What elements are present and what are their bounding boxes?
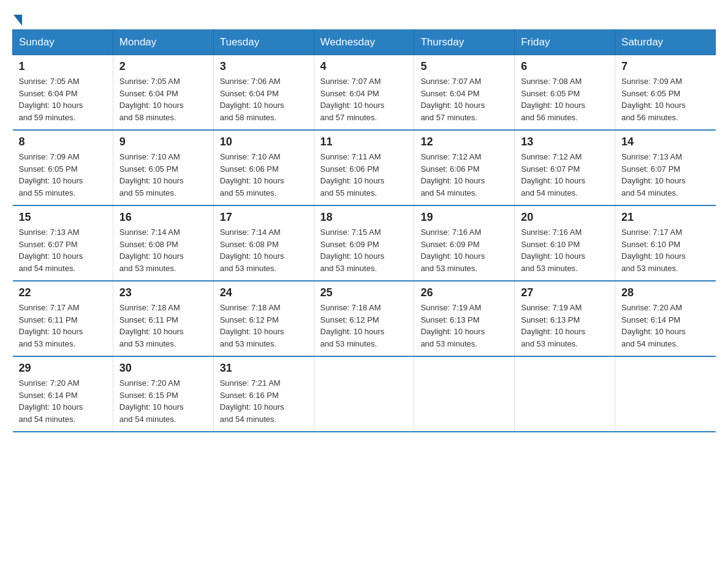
day-info: Sunrise: 7:13 AM Sunset: 6:07 PM Dayligh… xyxy=(621,151,709,199)
day-number: 9 xyxy=(119,136,207,148)
calendar-cell: 4 Sunrise: 7:07 AM Sunset: 6:04 PM Dayli… xyxy=(314,55,414,131)
calendar-week-row: 29 Sunrise: 7:20 AM Sunset: 6:14 PM Dayl… xyxy=(13,356,716,432)
calendar-cell: 25 Sunrise: 7:18 AM Sunset: 6:12 PM Dayl… xyxy=(314,281,414,356)
calendar-week-row: 22 Sunrise: 7:17 AM Sunset: 6:11 PM Dayl… xyxy=(13,281,716,356)
day-info: Sunrise: 7:12 AM Sunset: 6:06 PM Dayligh… xyxy=(420,151,508,199)
calendar-cell: 17 Sunrise: 7:14 AM Sunset: 6:08 PM Dayl… xyxy=(213,205,314,281)
calendar-cell: 29 Sunrise: 7:20 AM Sunset: 6:14 PM Dayl… xyxy=(13,356,113,432)
calendar-cell: 7 Sunrise: 7:09 AM Sunset: 6:05 PM Dayli… xyxy=(615,55,716,131)
day-number: 13 xyxy=(521,136,609,148)
calendar-cell xyxy=(615,356,716,432)
day-info: Sunrise: 7:12 AM Sunset: 6:07 PM Dayligh… xyxy=(521,151,609,199)
calendar-cell: 6 Sunrise: 7:08 AM Sunset: 6:05 PM Dayli… xyxy=(515,55,615,131)
day-number: 31 xyxy=(220,362,308,375)
logo-text xyxy=(12,12,23,23)
day-info: Sunrise: 7:20 AM Sunset: 6:14 PM Dayligh… xyxy=(621,302,709,350)
calendar-cell: 14 Sunrise: 7:13 AM Sunset: 6:07 PM Dayl… xyxy=(615,130,716,205)
calendar-cell: 3 Sunrise: 7:06 AM Sunset: 6:04 PM Dayli… xyxy=(213,55,314,131)
day-number: 11 xyxy=(320,136,408,148)
calendar-cell: 20 Sunrise: 7:16 AM Sunset: 6:10 PM Dayl… xyxy=(515,205,615,281)
day-number: 3 xyxy=(220,60,308,73)
calendar-cell: 18 Sunrise: 7:15 AM Sunset: 6:09 PM Dayl… xyxy=(314,205,414,281)
calendar-cell: 16 Sunrise: 7:14 AM Sunset: 6:08 PM Dayl… xyxy=(113,205,213,281)
calendar-cell: 5 Sunrise: 7:07 AM Sunset: 6:04 PM Dayli… xyxy=(414,55,515,131)
day-info: Sunrise: 7:19 AM Sunset: 6:13 PM Dayligh… xyxy=(521,302,609,350)
day-info: Sunrise: 7:19 AM Sunset: 6:13 PM Dayligh… xyxy=(420,302,508,350)
calendar-table: SundayMondayTuesdayWednesdayThursdayFrid… xyxy=(12,29,716,432)
calendar-cell: 19 Sunrise: 7:16 AM Sunset: 6:09 PM Dayl… xyxy=(414,205,515,281)
calendar-cell: 9 Sunrise: 7:10 AM Sunset: 6:05 PM Dayli… xyxy=(113,130,213,205)
day-info: Sunrise: 7:05 AM Sunset: 6:04 PM Dayligh… xyxy=(119,75,207,123)
day-number: 16 xyxy=(119,211,207,224)
calendar-cell: 11 Sunrise: 7:11 AM Sunset: 6:06 PM Dayl… xyxy=(314,130,414,205)
day-of-week-header: Tuesday xyxy=(213,30,314,55)
day-number: 4 xyxy=(320,60,408,73)
day-info: Sunrise: 7:14 AM Sunset: 6:08 PM Dayligh… xyxy=(119,226,207,274)
day-number: 29 xyxy=(19,362,107,375)
calendar-cell: 13 Sunrise: 7:12 AM Sunset: 6:07 PM Dayl… xyxy=(515,130,615,205)
page-header xyxy=(12,12,716,23)
day-number: 21 xyxy=(621,211,709,224)
calendar-cell: 31 Sunrise: 7:21 AM Sunset: 6:16 PM Dayl… xyxy=(213,356,314,432)
day-number: 6 xyxy=(521,60,609,73)
day-number: 10 xyxy=(220,136,308,148)
calendar-cell: 27 Sunrise: 7:19 AM Sunset: 6:13 PM Dayl… xyxy=(515,281,615,356)
day-number: 8 xyxy=(19,136,107,148)
day-number: 17 xyxy=(220,211,308,224)
day-of-week-header: Saturday xyxy=(615,30,716,55)
day-info: Sunrise: 7:17 AM Sunset: 6:10 PM Dayligh… xyxy=(621,226,709,274)
day-info: Sunrise: 7:14 AM Sunset: 6:08 PM Dayligh… xyxy=(220,226,308,274)
calendar-cell: 1 Sunrise: 7:05 AM Sunset: 6:04 PM Dayli… xyxy=(13,55,113,131)
day-info: Sunrise: 7:21 AM Sunset: 6:16 PM Dayligh… xyxy=(220,377,308,425)
day-info: Sunrise: 7:06 AM Sunset: 6:04 PM Dayligh… xyxy=(220,75,308,123)
calendar-cell: 15 Sunrise: 7:13 AM Sunset: 6:07 PM Dayl… xyxy=(13,205,113,281)
logo xyxy=(12,12,23,23)
day-number: 2 xyxy=(119,60,207,73)
day-of-week-header: Sunday xyxy=(13,30,113,55)
day-info: Sunrise: 7:08 AM Sunset: 6:05 PM Dayligh… xyxy=(521,75,609,123)
calendar-cell: 30 Sunrise: 7:20 AM Sunset: 6:15 PM Dayl… xyxy=(113,356,213,432)
day-number: 30 xyxy=(119,362,207,375)
day-of-week-header: Friday xyxy=(515,30,615,55)
day-number: 20 xyxy=(521,211,609,224)
day-number: 7 xyxy=(621,60,709,73)
calendar-cell: 10 Sunrise: 7:10 AM Sunset: 6:06 PM Dayl… xyxy=(213,130,314,205)
day-number: 1 xyxy=(19,60,107,73)
logo-triangle-icon xyxy=(13,15,22,26)
day-info: Sunrise: 7:18 AM Sunset: 6:12 PM Dayligh… xyxy=(220,302,308,350)
day-number: 22 xyxy=(19,286,107,299)
day-info: Sunrise: 7:18 AM Sunset: 6:11 PM Dayligh… xyxy=(119,302,207,350)
calendar-week-row: 15 Sunrise: 7:13 AM Sunset: 6:07 PM Dayl… xyxy=(13,205,716,281)
day-info: Sunrise: 7:16 AM Sunset: 6:10 PM Dayligh… xyxy=(521,226,609,274)
calendar-cell: 28 Sunrise: 7:20 AM Sunset: 6:14 PM Dayl… xyxy=(615,281,716,356)
calendar-cell: 21 Sunrise: 7:17 AM Sunset: 6:10 PM Dayl… xyxy=(615,205,716,281)
day-info: Sunrise: 7:05 AM Sunset: 6:04 PM Dayligh… xyxy=(19,75,107,123)
day-number: 27 xyxy=(521,286,609,299)
day-info: Sunrise: 7:18 AM Sunset: 6:12 PM Dayligh… xyxy=(320,302,408,350)
day-number: 23 xyxy=(119,286,207,299)
calendar-header-row: SundayMondayTuesdayWednesdayThursdayFrid… xyxy=(13,30,716,55)
day-info: Sunrise: 7:09 AM Sunset: 6:05 PM Dayligh… xyxy=(621,75,709,123)
day-of-week-header: Wednesday xyxy=(314,30,414,55)
day-number: 28 xyxy=(621,286,709,299)
day-of-week-header: Monday xyxy=(113,30,213,55)
day-info: Sunrise: 7:10 AM Sunset: 6:05 PM Dayligh… xyxy=(119,151,207,199)
day-number: 25 xyxy=(320,286,408,299)
calendar-cell: 23 Sunrise: 7:18 AM Sunset: 6:11 PM Dayl… xyxy=(113,281,213,356)
calendar-cell: 2 Sunrise: 7:05 AM Sunset: 6:04 PM Dayli… xyxy=(113,55,213,131)
day-number: 24 xyxy=(220,286,308,299)
day-number: 26 xyxy=(420,286,508,299)
calendar-cell: 22 Sunrise: 7:17 AM Sunset: 6:11 PM Dayl… xyxy=(13,281,113,356)
calendar-cell: 26 Sunrise: 7:19 AM Sunset: 6:13 PM Dayl… xyxy=(414,281,515,356)
calendar-cell xyxy=(414,356,515,432)
day-info: Sunrise: 7:13 AM Sunset: 6:07 PM Dayligh… xyxy=(19,226,107,274)
day-info: Sunrise: 7:09 AM Sunset: 6:05 PM Dayligh… xyxy=(19,151,107,199)
calendar-week-row: 1 Sunrise: 7:05 AM Sunset: 6:04 PM Dayli… xyxy=(13,55,716,131)
day-info: Sunrise: 7:17 AM Sunset: 6:11 PM Dayligh… xyxy=(19,302,107,350)
day-number: 19 xyxy=(420,211,508,224)
day-number: 15 xyxy=(19,211,107,224)
day-info: Sunrise: 7:16 AM Sunset: 6:09 PM Dayligh… xyxy=(420,226,508,274)
calendar-cell xyxy=(515,356,615,432)
day-of-week-header: Thursday xyxy=(414,30,515,55)
day-info: Sunrise: 7:15 AM Sunset: 6:09 PM Dayligh… xyxy=(320,226,408,274)
